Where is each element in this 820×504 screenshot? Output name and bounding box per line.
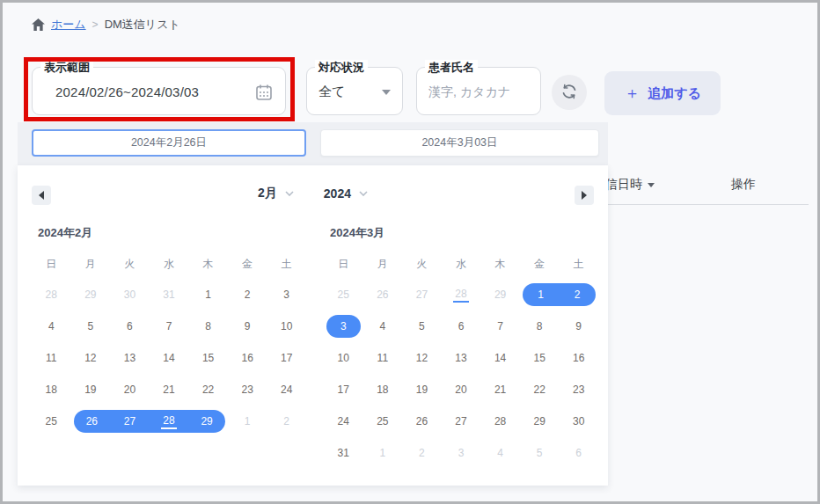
day-cell[interactable]: 1 bbox=[228, 405, 267, 437]
day-cell[interactable]: 23 bbox=[559, 374, 598, 405]
day-cell[interactable]: 24 bbox=[267, 374, 306, 405]
day-number: 29 bbox=[531, 415, 546, 428]
date-range-label: 表示範囲 bbox=[40, 60, 93, 75]
month-select[interactable]: 2月 bbox=[258, 186, 294, 201]
day-cell[interactable]: 3 bbox=[267, 279, 306, 310]
day-cell[interactable]: 19 bbox=[402, 374, 442, 405]
day-cell[interactable]: 28 bbox=[480, 405, 520, 437]
chevron-down-icon bbox=[382, 90, 391, 95]
day-cell[interactable]: 1 bbox=[363, 437, 403, 469]
day-cell[interactable]: 12 bbox=[71, 342, 111, 374]
range-end-button[interactable]: 2024年3月03日 bbox=[320, 129, 599, 157]
day-cell[interactable]: 11 bbox=[32, 342, 71, 374]
day-cell[interactable]: 24 bbox=[324, 405, 363, 437]
day-cell[interactable]: 23 bbox=[228, 374, 267, 405]
day-cell[interactable]: 18 bbox=[363, 374, 403, 405]
day-cell[interactable]: 3 bbox=[324, 310, 363, 342]
add-button[interactable]: ＋ 追加する bbox=[604, 71, 721, 115]
day-cell[interactable]: 4 bbox=[32, 310, 71, 342]
day-cell[interactable]: 26 bbox=[402, 405, 442, 437]
day-cell[interactable]: 7 bbox=[150, 310, 189, 342]
day-cell[interactable]: 2 bbox=[402, 437, 442, 469]
sent-datetime-column-header[interactable]: 信日時 bbox=[605, 177, 655, 193]
calendar-icon[interactable] bbox=[255, 84, 273, 101]
day-cell[interactable]: 1 bbox=[188, 279, 228, 310]
day-cell[interactable]: 31 bbox=[324, 437, 363, 469]
weekday-label: 水 bbox=[150, 257, 189, 272]
day-cell[interactable]: 20 bbox=[442, 374, 481, 405]
day-cell[interactable]: 29 bbox=[480, 279, 520, 310]
day-cell[interactable]: 25 bbox=[32, 405, 71, 437]
day-cell[interactable]: 2 bbox=[559, 279, 598, 310]
day-cell[interactable]: 25 bbox=[363, 405, 403, 437]
day-cell[interactable]: 28 bbox=[150, 405, 189, 437]
day-cell[interactable]: 13 bbox=[442, 342, 481, 374]
day-cell[interactable]: 6 bbox=[559, 437, 598, 469]
day-cell[interactable]: 16 bbox=[559, 342, 598, 374]
day-cell[interactable]: 19 bbox=[71, 374, 111, 405]
day-cell[interactable]: 7 bbox=[480, 310, 520, 342]
day-number: 8 bbox=[203, 320, 213, 333]
patient-name-placeholder: 漢字, カタカナ bbox=[428, 84, 510, 100]
day-cell[interactable]: 20 bbox=[110, 374, 150, 405]
day-cell[interactable]: 10 bbox=[267, 310, 306, 342]
day-cell[interactable]: 1 bbox=[520, 279, 560, 310]
year-select[interactable]: 2024 bbox=[324, 186, 368, 201]
day-cell[interactable]: 2 bbox=[267, 405, 306, 437]
day-cell[interactable]: 16 bbox=[228, 342, 267, 374]
day-cell[interactable]: 10 bbox=[324, 342, 363, 374]
day-cell[interactable]: 4 bbox=[480, 437, 520, 469]
day-cell[interactable]: 21 bbox=[150, 374, 189, 405]
day-cell[interactable]: 27 bbox=[110, 405, 150, 437]
day-cell[interactable]: 29 bbox=[71, 279, 111, 310]
day-cell[interactable]: 5 bbox=[71, 310, 111, 342]
date-range-field[interactable]: 表示範囲 2024/02/26~2024/03/03 bbox=[32, 67, 286, 115]
day-cell[interactable]: 18 bbox=[32, 374, 71, 405]
day-cell[interactable]: 22 bbox=[520, 374, 560, 405]
day-number: 19 bbox=[414, 383, 429, 397]
day-cell[interactable]: 26 bbox=[71, 405, 111, 437]
day-cell[interactable]: 9 bbox=[559, 310, 598, 342]
day-cell[interactable]: 6 bbox=[110, 310, 150, 342]
day-cell[interactable]: 25 bbox=[324, 279, 363, 310]
day-cell[interactable]: 29 bbox=[520, 405, 560, 437]
refresh-button[interactable] bbox=[552, 75, 587, 110]
day-cell[interactable]: 8 bbox=[520, 310, 560, 342]
day-cell[interactable]: 5 bbox=[402, 310, 442, 342]
day-cell[interactable]: 29 bbox=[188, 405, 228, 437]
day-cell[interactable]: 31 bbox=[150, 279, 189, 310]
day-cell[interactable]: 8 bbox=[188, 310, 228, 342]
day-cell[interactable]: 28 bbox=[442, 279, 481, 310]
day-cell[interactable]: 13 bbox=[110, 342, 150, 374]
day-cell[interactable]: 22 bbox=[188, 374, 228, 405]
day-cell[interactable]: 17 bbox=[267, 342, 306, 374]
day-cell[interactable]: 21 bbox=[480, 374, 520, 405]
day-cell[interactable]: 15 bbox=[520, 342, 560, 374]
day-cell[interactable]: 27 bbox=[442, 405, 481, 437]
day-cell[interactable]: 4 bbox=[363, 310, 403, 342]
status-select[interactable]: 対応状況 全て bbox=[306, 67, 403, 115]
day-cell[interactable]: 14 bbox=[480, 342, 520, 374]
breadcrumb-home-link[interactable]: ホーム bbox=[51, 17, 86, 33]
day-cell[interactable]: 11 bbox=[363, 342, 403, 374]
range-start-button[interactable]: 2024年2月26日 bbox=[32, 129, 306, 157]
day-number: 2 bbox=[282, 415, 291, 428]
day-cell[interactable]: 6 bbox=[442, 310, 481, 342]
day-cell[interactable]: 28 bbox=[32, 279, 71, 310]
day-cell[interactable]: 14 bbox=[150, 342, 189, 374]
day-cell[interactable]: 27 bbox=[402, 279, 442, 310]
day-cell[interactable]: 15 bbox=[188, 342, 228, 374]
day-number: 4 bbox=[378, 320, 388, 333]
day-cell[interactable]: 17 bbox=[324, 374, 363, 405]
day-cell[interactable]: 3 bbox=[442, 437, 481, 469]
day-cell[interactable]: 30 bbox=[559, 405, 598, 437]
day-cell[interactable]: 26 bbox=[363, 279, 403, 310]
weekday-label: 日 bbox=[32, 257, 71, 272]
day-cell[interactable]: 2 bbox=[228, 279, 267, 310]
day-cell[interactable]: 9 bbox=[228, 310, 267, 342]
patient-name-field[interactable]: 患者氏名 漢字, カタカナ bbox=[416, 67, 541, 115]
day-cell[interactable]: 12 bbox=[402, 342, 442, 374]
day-cell[interactable]: 30 bbox=[110, 279, 150, 310]
day-number: 14 bbox=[161, 352, 176, 365]
day-cell[interactable]: 5 bbox=[520, 437, 560, 469]
